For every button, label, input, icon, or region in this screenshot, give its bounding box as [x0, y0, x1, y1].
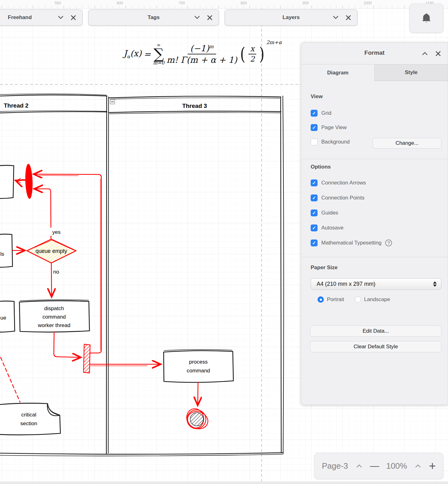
- ruler-ticks: [0, 6, 448, 8]
- orientation-row: Portrait Landscape: [311, 296, 390, 303]
- math-typesetting-row: ✓ Mathematical Typesetting ?: [311, 239, 392, 246]
- node-clipped-top-left[interactable]: [0, 165, 14, 199]
- zoom-level[interactable]: 100%: [386, 461, 407, 471]
- lane3-title[interactable]: Thread 3: [182, 103, 207, 109]
- clipped-label-mid: ls: [0, 251, 4, 257]
- dispatch-label-3: worker thread: [38, 322, 70, 328]
- x-over-2: x 2: [248, 45, 257, 63]
- autosave-checkbox[interactable]: ✓: [311, 224, 318, 231]
- tab-style[interactable]: Style: [374, 64, 448, 81]
- node-critical-section[interactable]: [0, 403, 60, 435]
- page-selector[interactable]: Page-3: [322, 461, 348, 471]
- close-icon[interactable]: [206, 13, 214, 22]
- node-process-command[interactable]: [164, 350, 233, 382]
- layers-panel-title: Layers: [283, 14, 300, 21]
- page-view-row: ✓ Page View: [311, 124, 347, 131]
- edge-label-no: no: [53, 269, 59, 275]
- edit-data-button[interactable]: Edit Data...: [310, 325, 441, 337]
- zoom-menu-chevron-icon[interactable]: [414, 462, 422, 470]
- guides-row: ✓ Guides: [311, 209, 338, 216]
- node-end-scribble[interactable]: [185, 407, 210, 431]
- node-worker-activity-bar[interactable]: [84, 344, 90, 373]
- freehand-panel-title: Freehand: [8, 14, 32, 21]
- ruler-label: 500: [55, 1, 61, 5]
- layers-panel[interactable]: Layers: [225, 9, 358, 26]
- connection-arrows-row: ✓ Connection Arrows: [311, 179, 366, 186]
- change-background-button[interactable]: Change...: [373, 138, 441, 149]
- node-wait-activity-bar[interactable]: [25, 164, 33, 199]
- notifications-button[interactable]: [410, 4, 443, 33]
- close-icon[interactable]: [344, 13, 352, 22]
- edge-yes-branch[interactable]: [35, 189, 51, 240]
- edge-process-to-end[interactable]: [198, 382, 198, 405]
- edge-label-yes: yes: [52, 229, 60, 235]
- critical-label-2: section: [20, 421, 37, 426]
- ruler-label: 600: [117, 1, 123, 5]
- math-typesetting-checkbox[interactable]: ✓: [311, 239, 318, 246]
- zoom-in-button[interactable]: +: [429, 459, 436, 473]
- close-icon[interactable]: [69, 13, 77, 22]
- swimlane-pool[interactable]: [0, 94, 284, 456]
- landscape-label: Landscape: [364, 296, 390, 303]
- open-paren: (: [240, 47, 245, 61]
- edge-no-branch[interactable]: [51, 263, 52, 296]
- paper-size-select[interactable]: A4 (210 mm x 297 mm): [311, 278, 441, 290]
- guides-checkbox[interactable]: ✓: [311, 209, 318, 216]
- grid-label: Grid: [321, 110, 331, 116]
- lane3-collapse-button[interactable]: [110, 99, 115, 104]
- background-label: Background: [321, 139, 350, 145]
- edge-dispatch-to-bar[interactable]: [54, 332, 80, 357]
- format-panel: Format Diagram Style View ✓ Grid ▲ ▼ ✓ P…: [301, 42, 448, 405]
- page-view-checkbox[interactable]: ✓: [311, 124, 318, 131]
- window-bottom-edge: [0, 481, 448, 484]
- formula-exponent: 2m+α: [266, 39, 282, 45]
- math-formula[interactable]: Jα(x) = ∞ ∑ m=0 (−1)m m! Γ(m + α + 1) ( …: [118, 37, 287, 71]
- select-arrows-icon: [433, 281, 437, 287]
- tags-panel[interactable]: Tags: [88, 9, 219, 26]
- clear-default-style-button[interactable]: Clear Default Style: [310, 341, 441, 352]
- zoom-out-button[interactable]: —: [370, 461, 379, 471]
- help-icon[interactable]: ?: [385, 239, 392, 246]
- fraction: (−1)m m! Γ(m + α + 1): [166, 43, 237, 65]
- background-row: Background: [311, 139, 350, 145]
- guides-label: Guides: [321, 210, 338, 216]
- chevron-down-icon[interactable]: [332, 13, 340, 22]
- autosave-row: ✓ Autosave: [311, 224, 344, 231]
- connection-points-row: ✓ Connection Points: [311, 194, 364, 201]
- ruler-label: 800: [241, 1, 247, 5]
- queue-empty-label: queue empty: [35, 248, 67, 254]
- edge-dashed-annotation[interactable]: [1, 357, 20, 402]
- connection-points-label: Connection Points: [321, 195, 364, 201]
- background-checkbox[interactable]: [311, 139, 318, 145]
- chevron-down-icon[interactable]: [193, 13, 201, 22]
- summation: ∞ ∑ m=0: [153, 43, 164, 65]
- chevron-up-icon[interactable]: [421, 49, 429, 58]
- tab-diagram[interactable]: Diagram: [301, 64, 374, 81]
- close-icon[interactable]: [434, 49, 442, 58]
- format-panel-header: Format: [301, 43, 448, 64]
- page-zoom-toolbar: Page-3 — 100% +: [314, 453, 443, 479]
- close-paren: ): [259, 47, 264, 61]
- ruler-label: 900: [303, 1, 309, 5]
- paper-size-heading: Paper Size: [311, 265, 338, 271]
- chevron-down-icon[interactable]: [57, 13, 65, 22]
- connection-arrows-checkbox[interactable]: ✓: [311, 179, 318, 186]
- portrait-label: Portrait: [327, 296, 344, 303]
- horizontal-ruler: 500 600 700 800 900 1000 1100: [0, 0, 448, 9]
- page-view-label: Page View: [321, 124, 347, 131]
- section-divider: [301, 159, 448, 159]
- dispatch-label-2: command: [43, 314, 66, 320]
- freehand-panel[interactable]: Freehand: [0, 9, 83, 26]
- page-menu-chevron-icon[interactable]: [355, 462, 363, 470]
- portrait-radio[interactable]: [318, 296, 324, 303]
- grid-checkbox[interactable]: ✓: [311, 110, 318, 117]
- options-heading: Options: [311, 164, 331, 170]
- view-heading: View: [311, 93, 323, 100]
- landscape-radio[interactable]: [355, 296, 361, 303]
- connection-points-checkbox[interactable]: ✓: [311, 194, 318, 201]
- lane2-title[interactable]: Thread 2: [4, 102, 28, 109]
- math-typesetting-label: Mathematical Typesetting: [321, 240, 381, 246]
- node-clipped-mid-left[interactable]: [0, 234, 13, 267]
- section-divider: [301, 257, 448, 257]
- tags-panel-title: Tags: [148, 14, 160, 21]
